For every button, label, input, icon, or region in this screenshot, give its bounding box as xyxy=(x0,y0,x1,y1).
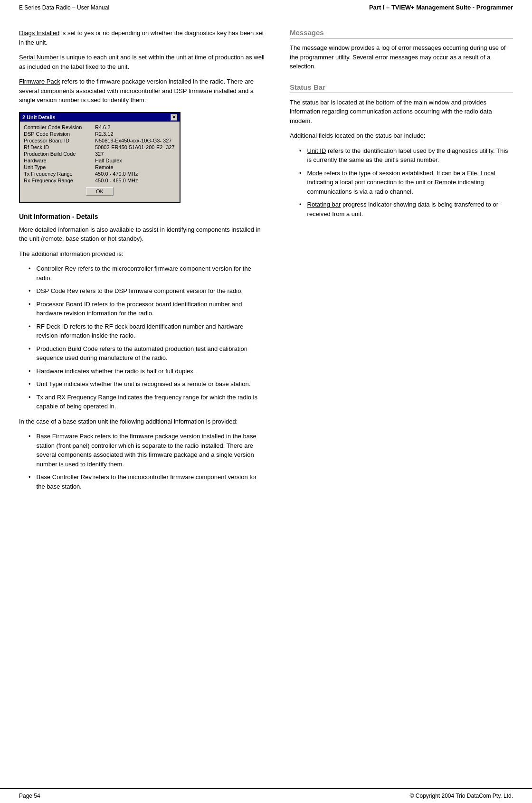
bullet-text: Base Firmware Pack refers to the firmwar… xyxy=(37,432,266,469)
unit-info-heading: Unit Information - Details xyxy=(19,213,266,220)
page-footer: Page 54 © Copyright 2004 Trio DataCom Pt… xyxy=(0,788,532,803)
list-item: •Production Build Code refers to the aut… xyxy=(19,344,266,363)
dialog-row-value: 50802-ER450-51A01-200-E2- 327 xyxy=(95,144,175,150)
dialog-close-button[interactable]: ✕ xyxy=(171,114,177,121)
dialog-row-label: Tx Frequency Range xyxy=(24,171,95,177)
unit-info-intro: More detailed information is also availa… xyxy=(19,225,266,244)
page-container: E Series Data Radio – User Manual Part I… xyxy=(0,0,532,803)
status-bar-text: The status bar is located at the bottom … xyxy=(290,98,513,126)
bullet-text: Processor Board ID refers to the process… xyxy=(37,300,266,318)
dialog-row: HardwareHalf Duplex xyxy=(24,158,176,163)
bullet-text: Tx and RX Frequency Range indicates the … xyxy=(37,393,266,411)
dialog-row-value: R4.6.2 xyxy=(95,124,110,130)
list-item: •Base Controller Rev refers to the micro… xyxy=(19,472,266,491)
messages-section: Messages The message window provides a l… xyxy=(290,28,513,71)
list-item: •Hardware indicates whether the radio is… xyxy=(19,367,266,376)
bullet-dot-1: • xyxy=(299,146,302,165)
bullet-dot: • xyxy=(28,300,31,318)
dialog-row-value: 450.0 - 470.0 MHz xyxy=(95,171,138,177)
dialog-row: Rf Deck ID50802-ER450-51A01-200-E2- 327 xyxy=(24,144,176,150)
dialog-ok-button[interactable]: OK xyxy=(86,187,114,196)
dialog-body: Controller Code RevisionR4.6.2DSP Code R… xyxy=(20,122,180,202)
para-diags-installed: Diags Installed is set to yes or no depe… xyxy=(19,28,266,47)
term-diags-installed: Diags Installed xyxy=(19,29,59,37)
dialog-row: Tx Frequency Range450.0 - 470.0 MHz xyxy=(24,171,176,177)
term-unit-id: Unit ID xyxy=(307,147,326,154)
bullet-text: Unit Type indicates whether the unit is … xyxy=(37,379,266,389)
term-firmware-pack: Firmware Pack xyxy=(19,78,60,85)
page-header: E Series Data Radio – User Manual Part I… xyxy=(0,0,532,14)
bullet-dot: • xyxy=(28,472,31,491)
dialog-row: Rx Frequency Range450.0 - 465.0 MHz xyxy=(24,178,176,183)
list-item: •Processor Board ID refers to the proces… xyxy=(19,300,266,318)
unit-info-intro2: The additional information provided is: xyxy=(19,249,266,259)
list-item: •Base Firmware Pack refers to the firmwa… xyxy=(19,432,266,469)
term-remote: Remote xyxy=(435,179,456,186)
right-column: Messages The message window provides a l… xyxy=(280,28,513,497)
status-bullet-mode: Mode refers to the type of session estab… xyxy=(307,169,513,197)
list-item: •Unit Type indicates whether the unit is… xyxy=(19,379,266,389)
dialog-row-value: R2.3.12 xyxy=(95,131,114,137)
bullet-dot: • xyxy=(28,393,31,411)
footer-copyright: © Copyright 2004 Trio DataCom Pty. Ltd. xyxy=(410,793,513,799)
dialog-row-value: 327 xyxy=(95,151,104,157)
dialog-ok-row: OK xyxy=(24,184,176,199)
header-left: E Series Data Radio – User Manual xyxy=(19,4,109,11)
messages-title: Messages xyxy=(290,28,513,38)
dialog-row: Processor Board IDN50819-Ex450-xxx-10G-G… xyxy=(24,138,176,143)
dialog-row-label: Rx Frequency Range xyxy=(24,178,95,183)
dialog-rows: Controller Code RevisionR4.6.2DSP Code R… xyxy=(24,124,176,183)
bullet-dot: • xyxy=(28,379,31,389)
dialog-row-label: Unit Type xyxy=(24,164,95,170)
list-item: • Rotating bar progress indicator showin… xyxy=(290,200,513,218)
bullet-text: Base Controller Rev refers to the microc… xyxy=(37,472,266,491)
bullet-dot-3: • xyxy=(299,200,302,218)
term-file-local: File, Local xyxy=(467,170,495,177)
bullet-text: Hardware indicates whether the radio is … xyxy=(37,367,266,376)
list-item: • Mode refers to the type of session est… xyxy=(290,169,513,197)
bullet-text: Controller Rev refers to the microcontro… xyxy=(37,264,266,283)
list-item: •RF Deck ID refers to the RF deck board … xyxy=(19,322,266,340)
unit-id-text: refers to the identification label used … xyxy=(307,147,508,164)
dialog-title-bar: 2 Unit Details ✕ xyxy=(20,113,180,122)
base-station-intro: In the case of a base station unit the f… xyxy=(19,417,266,426)
para-serial-number: Serial Number is unique to each unit and… xyxy=(19,53,266,71)
bullet-dot: • xyxy=(28,286,31,296)
bullet-dot: • xyxy=(28,322,31,340)
status-bullet-rotating-bar: Rotating bar progress indicator showing … xyxy=(307,200,513,218)
dialog-title: 2 Unit Details xyxy=(22,114,56,120)
term-serial-number: Serial Number xyxy=(19,54,58,61)
status-bar-bullets: • Unit ID refers to the identification l… xyxy=(290,146,513,219)
base-station-bullets: •Base Firmware Pack refers to the firmwa… xyxy=(19,432,266,491)
main-content: Diags Installed is set to yes or no depe… xyxy=(0,14,532,516)
status-bar-title: Status Bar xyxy=(290,83,513,93)
list-item: •DSP Code Rev refers to the DSP firmware… xyxy=(19,286,266,296)
dialog-row-value: 450.0 - 465.0 MHz xyxy=(95,178,138,183)
dialog-row-value: Half Duplex xyxy=(95,158,122,163)
dialog-row: Unit TypeRemote xyxy=(24,164,176,170)
status-bullet-unit-id: Unit ID refers to the identification lab… xyxy=(307,146,513,165)
dialog-row: DSP Code RevisionR2.3.12 xyxy=(24,131,176,137)
dialog-wrapper: 2 Unit Details ✕ Controller Code Revisio… xyxy=(19,112,266,203)
bullet-dot: • xyxy=(28,264,31,283)
dialog-row-label: Rf Deck ID xyxy=(24,144,95,150)
unit-details-dialog: 2 Unit Details ✕ Controller Code Revisio… xyxy=(19,112,180,203)
header-right: Part I – TVIEW+ Management Suite - Progr… xyxy=(369,4,513,11)
mode-text2: indicating a local port connection to th… xyxy=(307,179,435,186)
dialog-row-label: Processor Board ID xyxy=(24,138,95,143)
dialog-row-label: DSP Code Revision xyxy=(24,131,95,137)
footer-page: Page 54 xyxy=(19,793,40,799)
bullet-dot: • xyxy=(28,344,31,363)
dialog-row-label: Production Build Code xyxy=(24,151,95,157)
list-item: •Tx and RX Frequency Range indicates the… xyxy=(19,393,266,411)
dialog-row-value: Remote xyxy=(95,164,114,170)
bullet-dot: • xyxy=(28,367,31,376)
para-firmware-pack: Firmware Pack refers to the firmware pac… xyxy=(19,77,266,105)
messages-text: The message window provides a log of err… xyxy=(290,43,513,71)
mode-text1: refers to the type of session establishe… xyxy=(324,170,467,177)
bullet-text: Production Build Code refers to the auto… xyxy=(37,344,266,363)
dialog-row: Production Build Code327 xyxy=(24,151,176,157)
bullet-text: RF Deck ID refers to the RF deck board i… xyxy=(37,322,266,340)
left-column: Diags Installed is set to yes or no depe… xyxy=(19,28,266,497)
unit-info-bullets: •Controller Rev refers to the microcontr… xyxy=(19,264,266,411)
